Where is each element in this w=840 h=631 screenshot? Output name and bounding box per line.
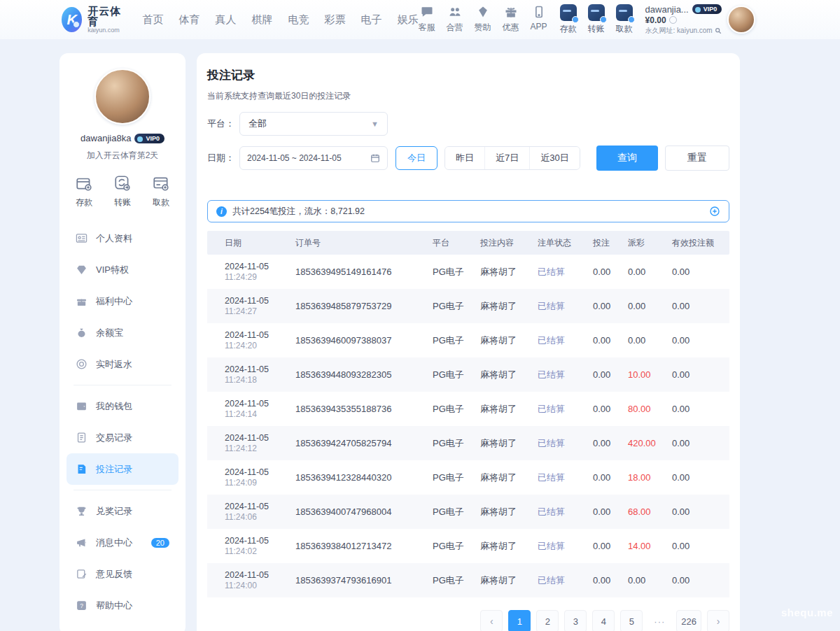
- sidebar-menu: 个人资料 VIP特权 福利中心 余额宝 实时返水 我的钱包: [59, 215, 186, 621]
- cell-date: 2024-11-0511:24:27: [225, 295, 295, 317]
- sidebar-transfer-button[interactable]: 转账: [113, 174, 132, 208]
- page-button-5[interactable]: 5: [620, 610, 643, 631]
- sidebar-item-transactions[interactable]: 交易记录: [66, 422, 178, 453]
- nav-lottery[interactable]: 彩票: [325, 13, 346, 27]
- nav-chess[interactable]: 棋牌: [252, 13, 273, 27]
- cell-content: 麻将胡了: [480, 472, 538, 484]
- id-card-icon: [76, 232, 88, 244]
- nav-esports[interactable]: 电竞: [288, 13, 309, 27]
- sidebar-item-yuebao[interactable]: 余额宝: [66, 317, 178, 348]
- nav-home[interactable]: 首页: [143, 13, 164, 27]
- cell-status: 已结算: [538, 403, 593, 416]
- cell-order: 1853639435355188736: [295, 404, 433, 414]
- app-label: APP: [531, 22, 547, 31]
- sidebar-item-wallet[interactable]: 我的钱包: [66, 390, 178, 422]
- cell-bet: 0.00: [593, 541, 628, 551]
- cell-payout: 10.00: [628, 369, 672, 380]
- app-link[interactable]: APP: [531, 4, 547, 34]
- cell-payout: 80.00: [628, 404, 672, 414]
- avatar[interactable]: [727, 6, 755, 34]
- expand-icon[interactable]: [709, 206, 720, 217]
- partner-link[interactable]: 合营: [447, 4, 463, 34]
- transfer-arrows-icon: [113, 174, 132, 192]
- promo-link[interactable]: 优惠: [503, 4, 519, 34]
- cell-valid: 0.00: [672, 438, 729, 448]
- sidebar-item-profile[interactable]: 个人资料: [66, 222, 178, 254]
- sidebar-item-label: 帮助中心: [96, 600, 132, 612]
- pagination-ellipsis[interactable]: ···: [648, 610, 671, 631]
- divider: [74, 490, 172, 490]
- magnifier-icon[interactable]: [715, 27, 722, 34]
- sidebar-item-feedback[interactable]: 意见反馈: [66, 558, 178, 590]
- search-button[interactable]: 查询: [596, 146, 658, 171]
- deposit-link[interactable]: 存款: [560, 4, 577, 35]
- platform-label: 平台：: [207, 118, 239, 130]
- sidebar-item-prize-records[interactable]: 兑奖记录: [66, 495, 178, 527]
- sidebar-item-messages[interactable]: 消息中心 20: [66, 527, 178, 558]
- permanent-site: 永久网址: kaiyun.com: [645, 26, 713, 36]
- page-button-4[interactable]: 4: [592, 610, 615, 631]
- avatar[interactable]: [94, 69, 150, 125]
- table-row: 2024-11-0511:24:09 1853639412328440320 P…: [207, 460, 729, 495]
- sidebar-item-label: 消息中心: [96, 537, 132, 549]
- chat-icon: [419, 4, 435, 20]
- nav-live[interactable]: 真人: [216, 13, 237, 27]
- page-button-3[interactable]: 3: [564, 610, 587, 631]
- cell-valid: 0.00: [672, 541, 729, 551]
- prev-page-button[interactable]: ‹: [480, 610, 503, 631]
- cell-content: 麻将胡了: [480, 403, 538, 416]
- gift-icon: [503, 4, 519, 20]
- cell-bet: 0.00: [593, 472, 628, 483]
- page-button-1[interactable]: 1: [508, 610, 531, 631]
- last30days-filter-button[interactable]: 近30日: [529, 147, 579, 169]
- sidebar-deposit-button[interactable]: 存款: [75, 174, 93, 208]
- sidebar-item-label: 我的钱包: [96, 400, 132, 413]
- sidebar-transfer-label: 转账: [114, 197, 131, 208]
- table-row: 2024-11-0511:24:02 1853639384012713472 P…: [207, 529, 729, 563]
- cell-date: 2024-11-0511:24:02: [225, 535, 295, 557]
- today-filter-button[interactable]: 今日: [396, 146, 438, 170]
- sidebar-item-bet-records[interactable]: 投注记录: [66, 453, 178, 485]
- transfer-link[interactable]: 转账: [588, 4, 605, 35]
- main-nav: 首页 体育 真人 棋牌 电竞 彩票 电子 娱乐: [143, 13, 419, 27]
- nav-sports[interactable]: 体育: [179, 13, 200, 27]
- page-button-2[interactable]: 2: [536, 610, 559, 631]
- platform-select[interactable]: 全部 ▼: [239, 112, 388, 136]
- nav-slots[interactable]: 电子: [361, 13, 382, 27]
- transfer-badge-icon: [600, 16, 607, 23]
- sidebar-item-help[interactable]: ? 帮助中心: [66, 590, 178, 621]
- reset-button[interactable]: 重置: [665, 146, 729, 171]
- refresh-balance-icon[interactable]: [669, 16, 677, 24]
- last7days-filter-button[interactable]: 近7日: [484, 147, 529, 169]
- cell-valid: 0.00: [672, 267, 729, 277]
- sidebar-item-label: 意见反馈: [96, 568, 132, 581]
- sidebar-withdraw-button[interactable]: 取款: [152, 174, 170, 208]
- col-date: 日期: [225, 237, 295, 249]
- megaphone-icon: [76, 537, 88, 548]
- sidebar-item-rebate[interactable]: 实时返水: [66, 348, 178, 380]
- next-page-button[interactable]: ›: [707, 610, 729, 631]
- sidebar-item-label: VIP特权: [96, 264, 129, 276]
- site-logo[interactable]: K 开云体育 kaiyun.com: [62, 6, 125, 34]
- cell-status: 已结算: [538, 472, 593, 484]
- date-range-input[interactable]: 2024-11-05 ~ 2024-11-05: [239, 146, 388, 170]
- cell-valid: 0.00: [672, 301, 729, 311]
- sidebar-item-welfare[interactable]: 福利中心: [66, 285, 178, 317]
- sidebar-item-vip[interactable]: VIP特权: [66, 254, 178, 285]
- nav-entertainment[interactable]: 娱乐: [398, 13, 419, 27]
- yesterday-filter-button[interactable]: 昨日: [445, 147, 484, 169]
- cell-payout: 0.00: [628, 335, 672, 346]
- cell-content: 麻将胡了: [480, 437, 538, 450]
- service-link[interactable]: 客服: [419, 4, 435, 34]
- chevron-down-icon: ▼: [371, 120, 379, 128]
- page-button-last[interactable]: 226: [676, 610, 701, 631]
- cell-platform: PG电子: [433, 369, 480, 381]
- cell-content: 麻将胡了: [480, 506, 538, 518]
- username[interactable]: dawanjia...: [645, 4, 689, 15]
- sponsor-link[interactable]: 赞助: [475, 4, 491, 34]
- message-count-badge: 20: [151, 538, 169, 548]
- sidebar-username: dawanjia8ka: [80, 133, 131, 143]
- cell-platform: PG电子: [433, 437, 480, 450]
- col-content: 投注内容: [480, 237, 538, 249]
- withdraw-link[interactable]: 取款: [616, 4, 633, 35]
